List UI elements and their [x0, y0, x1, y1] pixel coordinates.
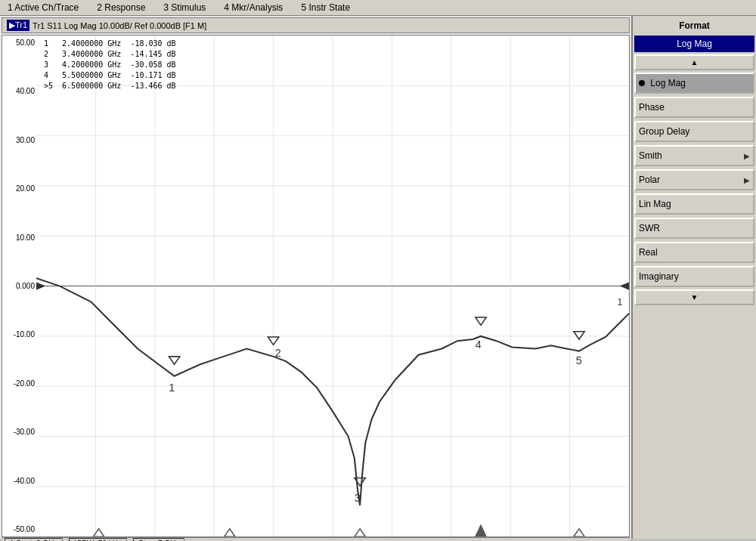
- marker-4: 4 5.5000000 GHz -10.171 dB: [44, 70, 176, 81]
- y-label-1: 40.00: [4, 87, 35, 95]
- active-dot: [639, 80, 645, 86]
- y-label-6: -10.00: [4, 330, 35, 339]
- menu-response[interactable]: 2 Response: [94, 2, 148, 14]
- marker-1-label: 1: [169, 382, 175, 394]
- menu-bar: 1 Active Ch/Trace 2 Response 3 Stimulus …: [0, 0, 756, 16]
- marker-5: >5 6.5000000 GHz -13.466 dB: [44, 81, 176, 91]
- marker-2-label: 2: [275, 347, 281, 359]
- format-btn-smith[interactable]: Smith ▶: [634, 145, 754, 166]
- marker-4-symbol: [476, 317, 486, 325]
- marker-1-symbol: [169, 357, 179, 364]
- right-edge-label: 1: [618, 297, 623, 308]
- plot-area: 1 2.4000000 GHz -18.030 dB 2 3.4000000 G…: [36, 36, 629, 536]
- main-container: ▶Tr1 Tr1 S11 Log Mag 10.00dB/ Ref 0.000d…: [0, 16, 756, 539]
- chart-title-bar: ▶Tr1 Tr1 S11 Log Mag 10.00dB/ Ref 0.000d…: [2, 17, 630, 33]
- chart-title-text: Tr1 S11 Log Mag 10.00dB/ Ref 0.000dB [F1…: [33, 21, 206, 30]
- polar-arrow-icon: ▶: [744, 176, 750, 184]
- y-label-0: 50.00: [4, 39, 35, 47]
- y-label-5: 0.000: [4, 282, 35, 290]
- nav-arrow-down[interactable]: ▼: [634, 289, 754, 305]
- bottom-marker-2: [225, 529, 235, 536]
- format-btn-linmag[interactable]: Lin Mag: [634, 193, 754, 215]
- left-ref-arrow: [36, 282, 45, 289]
- marker-legend: 1 2.4000000 GHz -18.030 dB 2 3.4000000 G…: [44, 39, 176, 91]
- chart-svg: 1 2 3 4 5: [36, 36, 629, 536]
- format-btn-polar[interactable]: Polar ▶: [634, 169, 754, 190]
- marker-1: 1 2.4000000 GHz -18.030 dB: [44, 39, 176, 49]
- status-bar: 1 Start: 2 GHz ICBW: 70 kHz Stop: 7 GHz: [2, 537, 630, 541]
- format-btn-imaginary[interactable]: Imaginary: [634, 266, 754, 287]
- right-panel: Format Log Mag ▲ Log Mag Phase Group Del…: [631, 16, 756, 539]
- status-center: ICBW: 70 kHz: [69, 538, 127, 541]
- marker-2: 2 3.4000000 GHz -14.145 dB: [44, 49, 176, 60]
- menu-mkr[interactable]: 4 Mkr/Analysis: [221, 2, 286, 14]
- bottom-marker-5: [574, 529, 584, 536]
- nav-arrow-up[interactable]: ▲: [634, 54, 754, 70]
- marker-3: 3 4.2000000 GHz -30.058 dB: [44, 60, 176, 70]
- y-label-2: 30.00: [4, 136, 35, 144]
- smith-arrow-icon: ▶: [744, 152, 750, 160]
- menu-stimulus[interactable]: 3 Stimulus: [160, 2, 209, 14]
- format-selected: Log Mag: [634, 36, 754, 52]
- bottom-marker-3: [355, 529, 365, 536]
- status-stop: Stop: 7 GHz: [133, 538, 184, 541]
- marker-3-label: 3: [355, 492, 361, 504]
- marker-4-label: 4: [476, 339, 482, 351]
- format-header: Format: [634, 17, 754, 34]
- bottom-marker-1: [93, 529, 104, 536]
- format-btn-group-delay[interactable]: Group Delay: [634, 121, 754, 142]
- marker-5-symbol: [574, 332, 584, 339]
- format-btn-swr[interactable]: SWR: [634, 218, 754, 239]
- y-label-7: -20.00: [4, 379, 35, 388]
- menu-instr[interactable]: 5 Instr State: [298, 2, 353, 14]
- y-label-8: -30.00: [4, 428, 35, 436]
- trace-indicator: ▶Tr1: [7, 20, 29, 31]
- format-btn-phase[interactable]: Phase: [634, 97, 754, 118]
- bottom-marker-4: [476, 525, 486, 537]
- status-start: 1 Start: 2 GHz: [5, 538, 63, 541]
- menu-active-ch[interactable]: 1 Active Ch/Trace: [5, 2, 82, 14]
- y-label-10: -50.00: [4, 525, 35, 533]
- right-ref-arrow: [620, 282, 629, 289]
- format-btn-logmag[interactable]: Log Mag: [634, 73, 754, 94]
- y-axis: 50.00 40.00 30.00 20.00 10.00 0.000 -10.…: [2, 36, 36, 536]
- y-label-4: 10.00: [4, 233, 35, 242]
- chart-area: ▶Tr1 Tr1 S11 Log Mag 10.00dB/ Ref 0.000d…: [0, 16, 631, 539]
- y-label-3: 20.00: [4, 184, 35, 193]
- y-label-9: -40.00: [4, 477, 35, 485]
- format-btn-real[interactable]: Real: [634, 242, 754, 263]
- chart-wrapper: 50.00 40.00 30.00 20.00 10.00 0.000 -10.…: [2, 35, 630, 537]
- marker-5-label: 5: [576, 354, 582, 366]
